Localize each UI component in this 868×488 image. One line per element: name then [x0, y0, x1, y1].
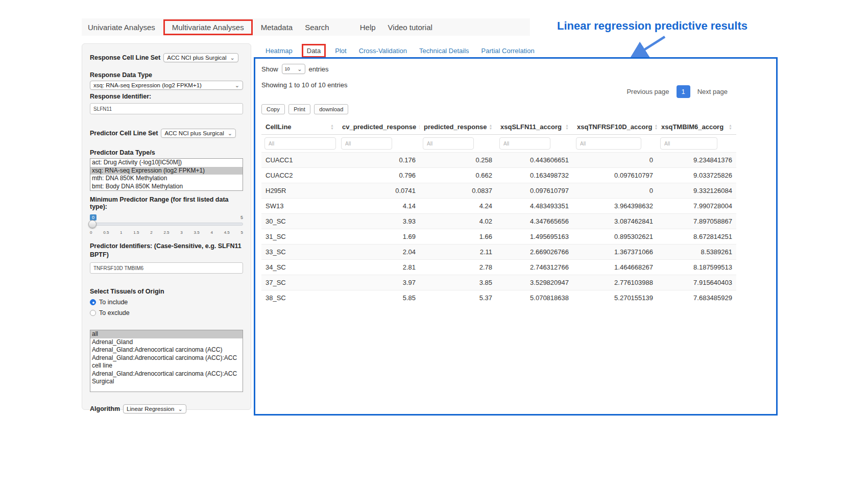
- table-row[interactable]: 31_SC1.691.661.4956951630.8953026218.672…: [261, 229, 736, 244]
- column-header-xsqtnfrsf10d-accorg[interactable]: xsqTNFRSF10D_accorg: [573, 119, 657, 134]
- page-length-select[interactable]: 10: [282, 64, 305, 74]
- tissue-option[interactable]: Adrenal_Gland:Adrenocortical carcinoma (…: [90, 346, 243, 354]
- predictor-data-type-option[interactable]: mth: DNA 850K Methylation: [90, 175, 243, 183]
- nav-multivariate-analyses[interactable]: Multivariate Analyses: [166, 23, 250, 32]
- predictor-cell-line-set-select[interactable]: ACC NCI plus Surgical: [161, 129, 236, 138]
- sort-icon[interactable]: [489, 124, 493, 130]
- cell-value: 0: [573, 153, 657, 167]
- pagination: Previous page 1 Next page: [622, 85, 732, 98]
- column-header-cellline[interactable]: CellLine: [261, 119, 338, 134]
- table-row[interactable]: CUACC10.1760.2580.44360665109.234841376: [261, 152, 736, 167]
- column-header-xsqslfn11-accorg[interactable]: xsqSLFN11_accorg: [496, 119, 573, 134]
- filter-input-cellline[interactable]: [264, 137, 336, 150]
- chevron-down-icon: [178, 406, 182, 412]
- table-row[interactable]: 34_SC2.812.782.7463127661.4646682678.187…: [261, 259, 736, 275]
- cell-value: 0.163498732: [496, 168, 573, 183]
- show-label: Show: [261, 65, 278, 73]
- cell-value: 3.85: [420, 275, 496, 290]
- previous-page-button[interactable]: Previous page: [622, 85, 673, 98]
- cell-value: 5.37: [420, 290, 496, 305]
- print-button[interactable]: Print: [288, 104, 310, 114]
- predictor-identifiers-input[interactable]: [90, 262, 243, 274]
- column-header-cv-predicted-response[interactable]: cv_predicted_response: [338, 119, 420, 134]
- filter-input-cv-predicted-response[interactable]: [341, 137, 392, 150]
- tab-heatmap[interactable]: Heatmap: [266, 47, 293, 55]
- copy-button[interactable]: Copy: [261, 104, 285, 114]
- cell-value: 2.78: [420, 260, 496, 275]
- response-data-type-select[interactable]: xsq: RNA-seq Expression (log2 FPKM+1): [90, 81, 243, 90]
- slider-tick: 2.5: [163, 230, 169, 235]
- min-predictor-range-slider[interactable]: 0 5 0 0.5 1 1.5 2 2.5 3 3.5 4 4.5 5: [90, 214, 243, 238]
- table-row[interactable]: 33_SC2.042.112.6690267661.3673710668.538…: [261, 244, 736, 259]
- filter-input-xsqtnfrsf10d-accorg[interactable]: [576, 137, 641, 150]
- sort-icon[interactable]: [330, 124, 334, 130]
- slider-tick: 4: [210, 230, 212, 235]
- download-button[interactable]: download: [314, 104, 348, 114]
- predictor-data-type-option[interactable]: bmt: Body DNA 850K Methylation: [90, 183, 243, 191]
- slider-handle[interactable]: [88, 220, 97, 228]
- chevron-down-icon: [235, 82, 239, 88]
- filter-input-xsqtmbim6-accorg[interactable]: [660, 137, 717, 150]
- algorithm-select[interactable]: Linear Regression: [123, 404, 186, 413]
- slider-track[interactable]: [90, 223, 243, 226]
- nav-univariate-analyses[interactable]: Univariate Analyses: [82, 23, 161, 32]
- slider-tick: 5: [241, 230, 243, 235]
- current-page-button[interactable]: 1: [677, 85, 690, 98]
- predictor-data-type-label: Predictor Data Type/s: [90, 149, 243, 156]
- column-header-predicted-response[interactable]: predicted_response: [420, 119, 496, 134]
- radio-include[interactable]: [90, 299, 96, 305]
- tissue-listbox: all Adrenal_Gland Adrenal_Gland:Adrenoco…: [90, 330, 243, 392]
- predictor-data-type-option[interactable]: act: Drug Activity (-log10[IC50M]): [90, 159, 243, 167]
- highlight-box-data-tab: Data: [302, 44, 326, 58]
- nav-metadata[interactable]: Metadata: [255, 23, 299, 32]
- tab-data[interactable]: Data: [307, 47, 321, 55]
- cell-value: 3.97: [338, 275, 420, 290]
- column-header-xsqtmbim6-accorg[interactable]: xsqTMBIM6_accorg: [657, 119, 736, 134]
- tissue-option-all[interactable]: all: [90, 330, 243, 338]
- table-row[interactable]: SW134.144.244.4834933513.9643986327.9907…: [261, 198, 736, 213]
- table-row[interactable]: 38_SC5.855.375.0708186385.2701551397.683…: [261, 290, 736, 305]
- cell-line-name: 30_SC: [261, 214, 338, 229]
- cell-value: 8.672814251: [657, 229, 736, 244]
- nav-help[interactable]: Help: [354, 23, 382, 32]
- response-cell-line-set-select[interactable]: ACC NCI plus Surgical: [163, 53, 238, 62]
- cell-value: 0.0837: [420, 183, 496, 198]
- radio-exclude[interactable]: [90, 310, 96, 316]
- filter-input-predicted-response[interactable]: [423, 137, 474, 150]
- table-row[interactable]: 30_SC3.934.024.3476656563.0874628417.897…: [261, 213, 736, 229]
- next-page-button[interactable]: Next page: [693, 85, 732, 98]
- tissue-option[interactable]: Adrenal_Gland: [90, 338, 243, 347]
- table-row[interactable]: H295R0.07410.08370.09761079709.332126084: [261, 183, 736, 198]
- predictor-data-type-option-selected[interactable]: xsq: RNA-seq Expression (log2 FPKM+1): [90, 167, 243, 175]
- sidebar-controls: Response Cell Line Set ACC NCI plus Surg…: [82, 43, 251, 410]
- tissue-include-radio-row[interactable]: To include: [90, 299, 243, 306]
- tissue-option[interactable]: Adrenal_Gland:Adrenocortical carcinoma (…: [90, 370, 243, 386]
- filter-input-xsqslfn11-accorg[interactable]: [499, 137, 550, 150]
- tab-plot[interactable]: Plot: [335, 47, 346, 55]
- slider-tick: 2: [150, 230, 152, 235]
- cell-value: 4.02: [420, 214, 496, 229]
- sort-icon[interactable]: [565, 124, 569, 130]
- tab-partial-correlation[interactable]: Partial Correlation: [481, 47, 535, 55]
- tab-technical-details[interactable]: Technical Details: [419, 47, 469, 55]
- tissue-exclude-radio-row[interactable]: To exclude: [90, 309, 243, 316]
- cell-value: 2.11: [420, 245, 496, 259]
- response-identifier-input[interactable]: [90, 103, 243, 114]
- cell-line-name: 33_SC: [261, 245, 338, 259]
- tissue-option[interactable]: Adrenal_Gland:Adrenocortical carcinoma (…: [90, 354, 243, 370]
- cell-value: 0.258: [420, 153, 496, 167]
- slider-tick: 4.5: [224, 230, 230, 235]
- sort-icon[interactable]: [729, 124, 732, 130]
- nav-video-tutorial[interactable]: Video tutorial: [382, 23, 439, 32]
- cell-value: 0.097610797: [496, 183, 573, 198]
- top-navigation: Univariate Analyses Multivariate Analyse…: [82, 18, 530, 36]
- radio-exclude-label: To exclude: [99, 309, 130, 316]
- nav-search[interactable]: Search: [299, 23, 335, 32]
- cell-value: 0.895302621: [573, 229, 657, 244]
- table-body: CUACC10.1760.2580.44360665109.234841376C…: [261, 152, 736, 305]
- table-row[interactable]: 37_SC3.973.853.5298209472.7761039887.915…: [261, 275, 736, 290]
- cell-value: 4.347665656: [496, 214, 573, 229]
- tab-cross-validation[interactable]: Cross-Validation: [359, 47, 407, 55]
- table-row[interactable]: CUACC20.7960.6620.1634987320.0976107979.…: [261, 167, 736, 183]
- column-header-label: xsqTNFRSF10D_accorg: [577, 123, 652, 131]
